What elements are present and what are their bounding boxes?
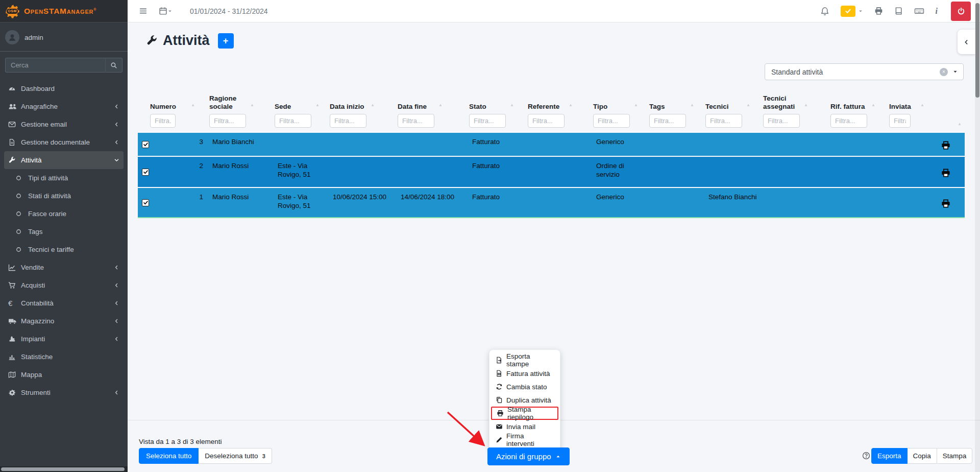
filter-tipo-input[interactable] — [593, 114, 630, 128]
row-checkbox[interactable] — [142, 169, 149, 176]
filter-data-inizio-input[interactable] — [330, 114, 366, 128]
table-row[interactable]: 2 Mario Rossi Este - Via Rovigo, 51 Fatt… — [138, 156, 965, 187]
column-header-tags[interactable]: Tags▲ — [649, 93, 705, 132]
info-button[interactable]: i — [936, 7, 938, 16]
column-header-tipo[interactable]: Tipo▲ — [593, 93, 649, 132]
select-all-button[interactable]: Seleziona tutto — [139, 448, 199, 464]
page-scrollbar[interactable] — [975, 0, 980, 472]
menu-item-firma-interventi[interactable]: Firma interventi — [489, 433, 560, 446]
notifications-button[interactable] — [820, 7, 829, 16]
column-header-data-fine[interactable]: Data fine▲ — [398, 93, 469, 132]
sort-icon[interactable]: ▲ — [438, 101, 443, 109]
menu-item-esporta-stampe[interactable]: Esporta stampe — [489, 353, 560, 367]
help-button[interactable] — [862, 452, 870, 460]
sidebar-item-acquisti[interactable]: Acquisti — [4, 276, 124, 294]
sidebar-item-tipi-di-attivita[interactable]: Tipi di attività — [4, 169, 124, 187]
menu-item-stampa-riepilogo[interactable]: Stampa riepilogo — [491, 407, 558, 420]
sidebar-toggle-button[interactable] — [139, 7, 148, 15]
copy-button[interactable]: Copia — [908, 448, 937, 464]
menu-item-invia-mail[interactable]: Invia mail — [489, 420, 560, 433]
sidebar-item-tecnici-e-tariffe[interactable]: Tecnici e tariffe — [4, 241, 124, 258]
filter-tecnici-input[interactable] — [705, 114, 742, 128]
print-row-button[interactable] — [941, 140, 951, 150]
sort-icon[interactable]: ▲ — [510, 101, 514, 109]
column-header-numero[interactable]: Numero▲ — [138, 93, 209, 132]
sidebar-item-strumenti[interactable]: Strumenti — [4, 384, 124, 402]
date-picker-button[interactable] — [159, 7, 173, 15]
sidebar-item-gestione-documentale[interactable]: Gestione documentale — [4, 133, 124, 151]
table-row[interactable]: 3 Mario Bianchi Fatturato Generico — [138, 132, 965, 156]
add-activity-button[interactable]: + — [218, 33, 234, 49]
sidebar-item-vendite[interactable]: Vendite — [4, 258, 124, 276]
menu-item-duplica-attivita[interactable]: Duplica attività — [489, 393, 560, 407]
group-actions-button[interactable]: Azioni di gruppo — [487, 447, 570, 465]
menu-item-fattura-attivita[interactable]: Fattura attività — [489, 367, 560, 380]
row-checkbox[interactable] — [142, 199, 149, 206]
column-header-data-inizio[interactable]: Data inizio▲ — [330, 93, 398, 132]
sidebar-item-statistiche[interactable]: Statistiche — [4, 348, 124, 366]
row-checkbox[interactable] — [142, 141, 149, 148]
print-row-button[interactable] — [941, 199, 951, 208]
sort-icon[interactable]: ▲ — [191, 101, 195, 109]
search-button[interactable] — [105, 58, 122, 73]
sidebar-item-contabilita[interactable]: € Contabilità — [4, 294, 124, 312]
filter-ragione-sociale-input[interactable] — [209, 114, 246, 128]
user-panel[interactable]: admin — [0, 22, 128, 52]
sidebar-item-stati-di-attivita[interactable]: Stati di attività — [4, 187, 124, 205]
print-button[interactable]: Stampa — [937, 448, 973, 464]
sidebar-item-gestione-email[interactable]: Gestione email — [4, 115, 124, 133]
collapse-panel-button[interactable] — [958, 30, 975, 54]
filter-numero-input[interactable] — [150, 114, 176, 128]
deselect-all-button[interactable]: Deseleziona tutto 3 — [199, 448, 272, 464]
sidebar-item-attivita[interactable]: Attività — [4, 151, 124, 169]
filter-stato-input[interactable] — [469, 114, 506, 128]
manual-button[interactable] — [894, 7, 903, 15]
sort-icon[interactable]: ▲ — [920, 101, 924, 109]
sort-icon[interactable]: ▲ — [690, 101, 694, 109]
scrollbar-thumb[interactable] — [1, 467, 125, 471]
sidebar-item-dashboard[interactable]: Dashboard — [4, 80, 124, 98]
sort-icon[interactable]: ▲ — [804, 101, 808, 109]
filter-tecnici-assegnati-input[interactable] — [763, 114, 800, 128]
sort-icon[interactable]: ▲ — [871, 101, 875, 109]
sort-icon[interactable]: ▲ — [250, 101, 254, 109]
export-button[interactable]: Esporta — [871, 448, 908, 464]
sort-icon[interactable]: ▲ — [958, 122, 962, 126]
column-header-rif-fattura[interactable]: Rif. fattura▲ — [830, 93, 889, 132]
filter-tags-input[interactable] — [649, 114, 686, 128]
search-input[interactable] — [5, 58, 105, 73]
sort-icon[interactable]: ▲ — [315, 101, 320, 109]
logout-button[interactable] — [951, 2, 971, 21]
brand[interactable]: OSM OpenSTAManager® — [0, 0, 128, 22]
menu-item-cambia-stato[interactable]: Cambia stato — [489, 380, 560, 393]
sidebar-item-anagrafiche[interactable]: Anagrafiche — [4, 98, 124, 115]
filter-referente-input[interactable] — [528, 114, 565, 128]
print-row-button[interactable] — [941, 168, 951, 178]
sort-icon[interactable]: ▲ — [569, 101, 573, 109]
column-header-actions[interactable]: ▲ — [927, 93, 965, 132]
scrollbar-thumb[interactable] — [975, 3, 979, 98]
sidebar-item-mappa[interactable]: Mappa — [4, 366, 124, 384]
sidebar-item-fasce-orarie[interactable]: Fasce orarie — [4, 205, 124, 223]
table-row[interactable]: 1 Mario Rossi Este - Via Rovigo, 51 10/0… — [138, 187, 965, 218]
sidebar-item-magazzino[interactable]: Magazzino — [4, 312, 124, 330]
sort-icon[interactable]: ▲ — [634, 101, 638, 109]
column-header-tecnici-assegnati[interactable]: Tecnici assegnati▲ — [763, 93, 830, 132]
column-header-referente[interactable]: Referente▲ — [528, 93, 593, 132]
sidebar-horizontal-scrollbar[interactable] — [0, 466, 128, 472]
column-header-sede[interactable]: Sede▲ — [275, 93, 330, 132]
print-page-button[interactable] — [874, 7, 883, 15]
shortcuts-button[interactable] — [914, 7, 924, 15]
filter-data-fine-input[interactable] — [398, 114, 434, 128]
clear-icon[interactable]: × — [940, 68, 948, 76]
sidebar-item-impianti[interactable]: Impianti — [4, 330, 124, 348]
sidebar-item-tags[interactable]: Tags — [4, 223, 124, 241]
filter-sede-input[interactable] — [275, 114, 311, 128]
sort-icon[interactable]: ▲ — [371, 101, 375, 109]
column-header-tecnici[interactable]: Tecnici▲ — [705, 93, 763, 132]
filter-inviata-input[interactable] — [889, 114, 911, 128]
filter-rif-fattura-input[interactable] — [830, 114, 867, 128]
column-header-inviata[interactable]: Inviata▲ — [889, 93, 927, 132]
caret-down-icon[interactable] — [858, 9, 863, 14]
sort-icon[interactable]: ▲ — [746, 101, 750, 109]
